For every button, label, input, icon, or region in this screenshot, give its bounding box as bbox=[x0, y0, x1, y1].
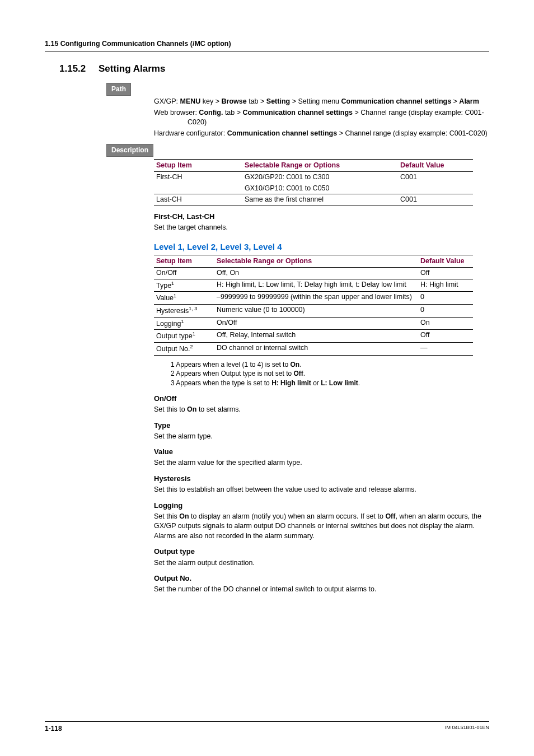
first-last-heading: First-CH, Last-CH bbox=[154, 212, 489, 222]
section-header: 1.15 Configuring Communication Channels … bbox=[45, 39, 489, 52]
heading-title: Setting Alarms bbox=[99, 62, 165, 76]
heading-number: 1.15.2 bbox=[59, 62, 99, 76]
table-row: Logging1On/OffOn bbox=[154, 317, 473, 330]
setting-text: Set this On to display an alarm (notify … bbox=[154, 512, 489, 542]
setting-heading: Logging bbox=[154, 501, 489, 511]
th: Selectable Range or Options bbox=[242, 159, 398, 172]
th: Setup Item bbox=[154, 159, 242, 172]
table-row: First-CH GX20/GP20: C001 to C300 C001 bbox=[154, 172, 473, 183]
footnote: 3 Appears when the type is set to H: Hig… bbox=[171, 379, 489, 388]
setting-heading: Output type bbox=[154, 547, 489, 557]
table-row: Output type1Off, Relay, Internal switchO… bbox=[154, 330, 473, 343]
path-line: Hardware configurator: Communication cha… bbox=[154, 129, 489, 139]
th: Selectable Range or Options bbox=[214, 255, 418, 268]
description-label: Description bbox=[106, 144, 153, 157]
table-row: Output No.2DO channel or internal switch… bbox=[154, 342, 473, 355]
first-last-text: Set the target channels. bbox=[154, 223, 489, 233]
table-row: Type1H: High limit, L: Low limit, T: Del… bbox=[154, 279, 473, 292]
setting-heading: Type bbox=[154, 421, 489, 431]
setting-heading: Output No. bbox=[154, 573, 489, 584]
table-row: On/OffOff, OnOff bbox=[154, 268, 473, 279]
th: Default Value bbox=[418, 255, 473, 268]
table-channel-range: Setup Item Selectable Range or Options D… bbox=[154, 159, 473, 206]
footnote: 2 Appears when Output type is not set to… bbox=[171, 369, 489, 379]
setting-text: Set the alarm type. bbox=[154, 432, 489, 442]
footnotes: 1 Appears when a level (1 to 4) is set t… bbox=[171, 360, 489, 388]
setting-heading: On/Off bbox=[154, 394, 489, 404]
path-line: GX/GP: MENU key > Browse tab > Setting >… bbox=[154, 97, 489, 107]
table-row: Last-CH Same as the first channel C001 bbox=[154, 194, 473, 206]
footnote: 1 Appears when a level (1 to 4) is set t… bbox=[171, 360, 489, 370]
table-row: GX10/GP10: C001 to C050 bbox=[154, 183, 473, 194]
th: Setup Item bbox=[154, 255, 214, 268]
footer: 1-118 IM 04L51B01-01EN bbox=[45, 721, 489, 734]
setting-text: Set the alarm output destination. bbox=[154, 558, 489, 568]
level-heading: Level 1, Level 2, Level 3, Level 4 bbox=[154, 241, 489, 253]
setting-text: Set the alarm value for the specified al… bbox=[154, 458, 489, 468]
path-block: GX/GP: MENU key > Browse tab > Setting >… bbox=[154, 97, 489, 138]
setting-heading: Hysteresis bbox=[154, 474, 489, 484]
setting-text: Set the number of the DO channel or inte… bbox=[154, 585, 489, 595]
th: Default Value bbox=[398, 159, 473, 172]
table-row: Value1–9999999 to 99999999 (within the s… bbox=[154, 292, 473, 305]
path-label: Path bbox=[106, 83, 131, 96]
table-levels: Setup Item Selectable Range or Options D… bbox=[154, 255, 473, 356]
setting-heading: Value bbox=[154, 447, 489, 457]
table-row: Hysteresis1, 3Numeric value (0 to 100000… bbox=[154, 304, 473, 317]
page-number: 1-118 bbox=[45, 724, 62, 734]
path-line: Web browser: Config. tab > Communication… bbox=[154, 108, 489, 128]
setting-text: Set this to establish an offset between … bbox=[154, 485, 489, 495]
setting-text: Set this to On to set alarms. bbox=[154, 405, 489, 415]
doc-id: IM 04L51B01-01EN bbox=[445, 724, 489, 734]
heading: 1.15.2 Setting Alarms bbox=[59, 62, 489, 76]
